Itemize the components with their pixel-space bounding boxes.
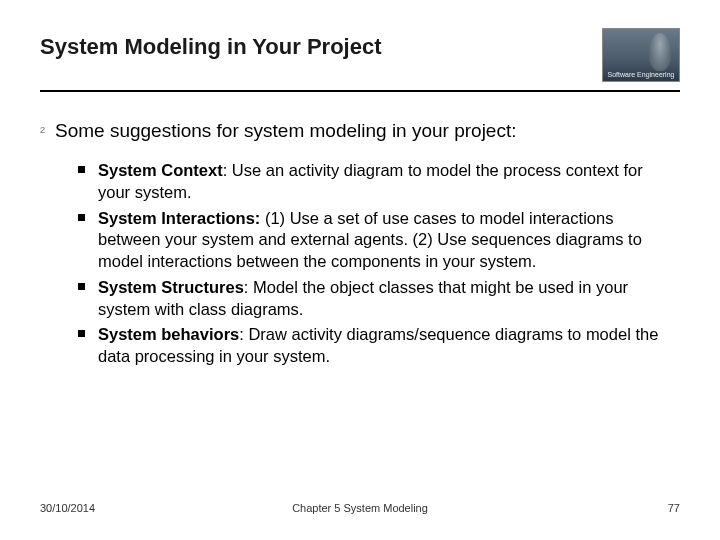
- footer-date: 30/10/2014: [40, 502, 95, 514]
- square-bullet-icon: [78, 166, 85, 173]
- square-bullet-icon: [78, 283, 85, 290]
- list-item: System Context: Use an activity diagram …: [98, 160, 660, 204]
- footer-page-number: 77: [668, 502, 680, 514]
- slide-title: System Modeling in Your Project: [40, 28, 381, 60]
- bullet-term: System Structures: [98, 278, 244, 296]
- header-divider: [40, 90, 680, 92]
- list-item: System behaviors: Draw activity diagrams…: [98, 324, 660, 368]
- lead-text: Some suggestions for system modeling in …: [55, 120, 517, 142]
- header: System Modeling in Your Project Software…: [40, 28, 680, 82]
- logo-label: Software Engineering: [603, 71, 679, 79]
- list-item: System Interactions: (1) Use a set of us…: [98, 208, 660, 273]
- footer: 30/10/2014 Chapter 5 System Modeling 77: [40, 502, 680, 514]
- bullet-term: System Context: [98, 161, 223, 179]
- square-bullet-icon: [78, 330, 85, 337]
- diamond-bullet-icon: ²: [40, 120, 45, 144]
- list-item: System Structures: Model the object clas…: [98, 277, 660, 321]
- bullet-list: System Context: Use an activity diagram …: [40, 160, 680, 368]
- bullet-term: System behaviors: [98, 325, 239, 343]
- book-cover-logo: Software Engineering: [602, 28, 680, 82]
- content-area: ² Some suggestions for system modeling i…: [40, 120, 680, 368]
- lead-line: ² Some suggestions for system modeling i…: [40, 120, 680, 144]
- slide: System Modeling in Your Project Software…: [0, 0, 720, 540]
- bullet-term: System Interactions:: [98, 209, 260, 227]
- footer-chapter: Chapter 5 System Modeling: [40, 502, 680, 514]
- square-bullet-icon: [78, 214, 85, 221]
